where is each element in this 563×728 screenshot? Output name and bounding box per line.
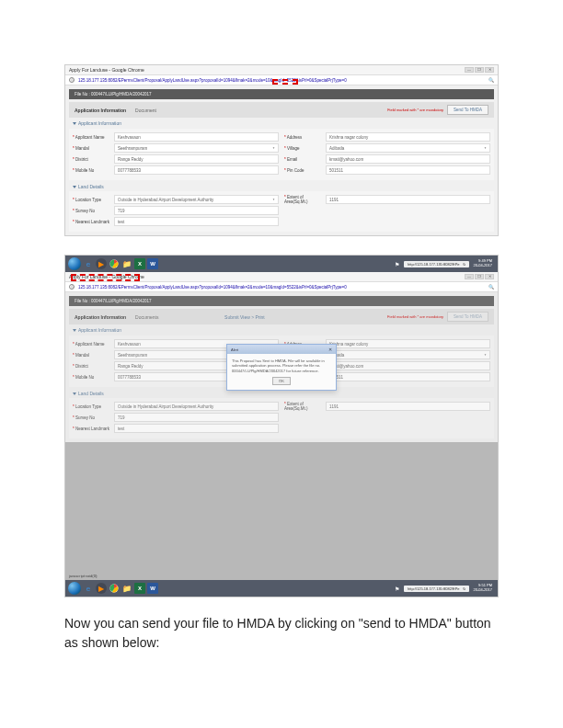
chrome-icon[interactable] [109,583,120,594]
modal-titlebar: Alert ✕ [227,345,336,354]
label-village: * Village [284,146,323,151]
chrome-icon[interactable] [109,258,120,269]
page-content: File No : 000447/LU/Plg/HMDA/20042017 Ap… [65,85,498,235]
dropdown-icon: ▼ [272,146,275,150]
word-icon[interactable]: W [147,583,158,594]
start-orb-icon[interactable] [68,257,81,270]
caption-text: Now you can send your file to HMDA by cl… [64,614,499,653]
land-form-panel: * Location Type Outside in Hyderabad Air… [69,191,494,232]
tabs-bar: Application Information Document Field m… [69,102,494,118]
label-district: * District [73,157,111,162]
minimize-button[interactable]: — [465,67,474,73]
refresh-icon: ↻ [463,586,465,591]
start-orb-icon[interactable] [68,582,81,595]
field-district[interactable]: Ranga Reddy [114,154,279,164]
label-pincode: * Pin Code [284,168,323,173]
close-button[interactable]: ✕ [485,67,494,73]
section-land-label: Land Details [78,184,104,189]
minimize-button[interactable]: — [465,274,474,279]
taskbar-top: e ▶ 📁 X W ⚑ http://125.18.177.135:8082/E… [65,256,498,272]
field-address[interactable]: Krishna nagar colony [326,132,490,142]
modal-overlay: Alert ✕ This Proposal has Sent to HMDA. … [65,292,498,442]
taskbar-addr[interactable]: http://125.18.177.135:8082/EPe↻ [404,261,469,267]
field-landmark[interactable]: test [114,217,279,226]
file-no-banner: File No : 000447/LU/Plg/HMDA/20042017 [69,89,494,99]
explorer-icon[interactable]: 📁 [121,583,132,594]
ie-icon[interactable]: e [83,583,94,594]
window-titlebar: Apply For Landuse - Google Chrome — ❐ ✕ [65,65,498,75]
field-village[interactable]: Adibatla▼ [326,143,490,153]
desktop-background: javascript:void(0); [65,442,498,580]
field-extent[interactable]: 1191 [326,195,490,204]
window-title: Apply For Landuse - Google Chrome [69,67,144,73]
label-mobile: * Mobile No [73,168,111,173]
field-mandal[interactable]: Seethrampuram▼ [114,143,279,153]
close-button[interactable]: ✕ [485,274,494,279]
field-pincode[interactable]: 501511 [326,165,490,175]
highlight-url-segment [272,79,298,85]
label-location-type: * Location Type [73,198,111,202]
excel-icon[interactable]: X [134,583,145,594]
chevron-down-icon [73,122,76,125]
taskbar-clock: 9:51 PM20-04-2017 [471,584,495,593]
maximize-button[interactable]: ❐ [475,67,484,73]
maximize-button[interactable]: ❐ [475,274,484,279]
label-applicant-name: * Applicant Name [73,135,111,140]
modal-body: This Proposal has Sent to HMDA. File wil… [227,354,336,390]
label-landmark: * Nearest Landmark [73,220,111,224]
window-controls: — ❐ ✕ [465,274,494,279]
mandatory-note: Field marked with * are mandatory [387,108,443,112]
field-mobile[interactable]: 0077788533 [114,165,279,175]
highlight-file-no [71,274,140,281]
flag-icon[interactable]: ⚑ [391,583,402,594]
taskbar-bottom: e ▶ 📁 X W ⚑ http://125.18.177.135:8082/E… [65,580,498,597]
url-text[interactable]: 125.18.177.135:8082/EPermsClient/Proposa… [78,285,485,290]
site-info-icon[interactable]: ⓘ [69,284,75,290]
screenshot-before: Apply For Landuse - Google Chrome — ❐ ✕ … [64,64,499,236]
modal-close-icon[interactable]: ✕ [328,347,332,352]
refresh-icon: ↻ [463,262,465,267]
modal-ok-button[interactable]: OK [272,377,291,385]
alert-modal: Alert ✕ This Proposal has Sent to HMDA. … [226,344,337,391]
site-info-icon[interactable]: ⓘ [69,77,75,83]
search-icon[interactable]: 🔍 [488,284,494,290]
wmp-icon[interactable]: ▶ [96,583,107,594]
dropdown-icon: ▼ [484,146,487,150]
label-email: * Email [284,157,323,162]
url-bar: ⓘ 125.18.177.135:8082/EPermsClient/Propo… [65,282,498,292]
section-applicant-label: Applicant Information [78,120,121,126]
ie-icon[interactable]: e [83,258,94,269]
excel-icon[interactable]: X [134,258,145,269]
wmp-icon[interactable]: ▶ [96,258,107,269]
screenshot-after: e ▶ 📁 X W ⚑ http://125.18.177.135:8082/E… [64,255,499,597]
explorer-icon[interactable]: 📁 [121,258,132,269]
label-survey: * Survey No [73,209,111,213]
page-content: File No : 000447/LU/Plg/HMDA/20042017 Ap… [65,292,498,442]
taskbar-addr[interactable]: http://125.18.177.135:8082/EPe↻ [404,586,469,592]
search-icon[interactable]: 🔍 [488,77,494,83]
status-text: javascript:void(0); [69,574,98,578]
window-controls: — ❐ ✕ [465,67,494,73]
tab-application-info[interactable]: Application Information [75,108,126,113]
applicant-form-panel: * Applicant Name Keshvasaon * Address Kr… [69,129,494,180]
section-land-header[interactable]: Land Details [69,180,494,191]
tab-document[interactable]: Document [135,108,156,113]
chevron-down-icon [73,186,76,188]
flag-icon[interactable]: ⚑ [391,258,402,269]
word-icon[interactable]: W [147,258,158,269]
label-mandal: * Mandal [73,146,111,151]
label-address: * Address [284,135,323,140]
taskbar-clock: 9:49 PM20-04-2017 [471,259,495,268]
modal-message: This Proposal has Sent to HMDA. File wil… [232,358,325,372]
field-applicant-name[interactable]: Keshvasaon [114,132,279,142]
field-location-type[interactable]: Outside in Hyderabad Airport Development… [114,195,279,204]
label-extent: * Extent of Area(Sq.Mt.) [284,195,323,204]
modal-title-text: Alert [231,347,238,352]
dropdown-icon: ▼ [272,198,275,201]
field-survey[interactable]: 719 [114,206,279,215]
section-applicant-header[interactable]: Applicant Information [69,118,494,129]
send-to-hmda-button[interactable]: Send To HMDA [447,105,488,115]
field-email[interactable]: kmati@yahoo.com [326,154,490,164]
